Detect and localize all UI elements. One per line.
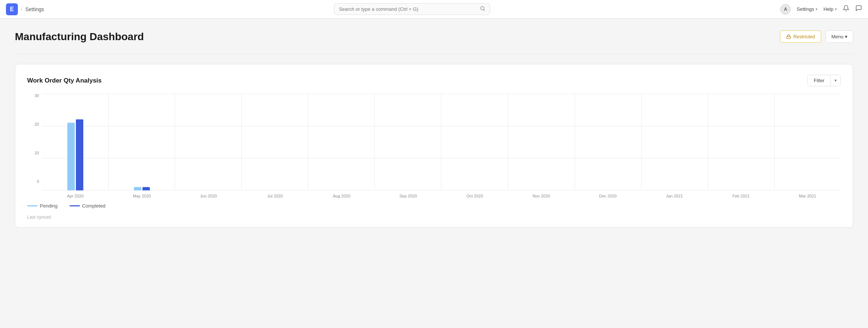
bars-container [42, 94, 841, 190]
bar-pending-0 [67, 123, 75, 190]
legend-pending-label: Pending [40, 203, 58, 209]
y-label-20: 20 [35, 122, 39, 126]
x-label-apr2020: Apr 2020 [42, 193, 109, 199]
bar-pending-1 [134, 187, 141, 190]
bar-group-1 [109, 94, 175, 190]
header-actions: Restricted Menu ▾ [780, 30, 853, 43]
x-label-aug2020: Aug 2020 [308, 193, 375, 199]
filter-button-group[interactable]: Filter ▾ [807, 75, 841, 86]
notifications-icon[interactable] [843, 5, 849, 13]
x-label-jul2020: Jul 2020 [242, 193, 308, 199]
y-label-30: 30 [35, 94, 39, 98]
chart-legend: Pending Completed [27, 203, 841, 209]
svg-line-1 [484, 10, 485, 11]
legend-pending: Pending [27, 203, 58, 209]
bar-group-8 [575, 94, 641, 190]
nav-breadcrumb-settings: Settings [25, 6, 44, 12]
bar-group-11 [774, 94, 841, 190]
bar-group-9 [641, 94, 708, 190]
y-label-10: 10 [35, 151, 39, 155]
bar-group-5 [375, 94, 441, 190]
restricted-button[interactable]: Restricted [780, 30, 822, 43]
menu-chevron-icon: ▾ [845, 34, 848, 39]
help-nav-button[interactable]: Help ▾ [823, 6, 837, 12]
search-bar[interactable] [334, 3, 490, 15]
section-divider [15, 53, 853, 54]
y-axis: 30 20 10 0 [27, 94, 42, 184]
menu-button[interactable]: Menu ▾ [826, 30, 853, 43]
y-label-0: 0 [37, 180, 39, 184]
legend-completed: Completed [70, 203, 106, 209]
bar-group-6 [441, 94, 508, 190]
help-chevron-icon: ▾ [835, 7, 837, 11]
x-axis: Apr 2020 May 2020 Jun 2020 Jul 2020 Aug … [42, 193, 841, 199]
bar-group-10 [708, 94, 774, 190]
legend-completed-label: Completed [82, 203, 106, 209]
search-bar-wrapper [47, 3, 778, 15]
svg-point-0 [481, 7, 484, 10]
settings-chevron-icon: ▾ [816, 7, 817, 11]
chart-body [42, 94, 841, 190]
chat-icon[interactable] [855, 5, 862, 13]
search-icon [480, 6, 485, 12]
top-nav: E › Settings A Settings ▾ Help ▾ [0, 0, 868, 19]
filter-caret-icon[interactable]: ▾ [831, 75, 840, 86]
x-label-dec2020: Dec 2020 [575, 193, 641, 199]
avatar[interactable]: A [780, 4, 791, 15]
x-label-nov2020: Nov 2020 [508, 193, 575, 199]
x-label-jun2020: Jun 2020 [175, 193, 242, 199]
x-label-jan2021: Jan 2021 [641, 193, 708, 199]
x-label-oct2020: Oct 2020 [441, 193, 508, 199]
page-title: Manufacturing Dashboard [15, 31, 144, 43]
bar-group-4 [308, 94, 375, 190]
bar-group-7 [508, 94, 575, 190]
chart-card: Work Order Qty Analysis Filter ▾ 30 20 1… [15, 64, 853, 228]
nav-right: A Settings ▾ Help ▾ [780, 4, 862, 15]
nav-chevron-icon: › [21, 7, 22, 12]
chart-container: 30 20 10 0 [42, 94, 841, 199]
legend-pending-line [27, 205, 38, 206]
main-content: Manufacturing Dashboard Restricted Menu … [0, 19, 868, 328]
bar-group-3 [242, 94, 308, 190]
x-label-sep2020: Sep 2020 [375, 193, 441, 199]
bar-group-0 [42, 94, 109, 190]
legend-completed-line [70, 205, 80, 206]
bar-completed-1 [142, 187, 150, 190]
app-icon[interactable]: E [6, 3, 18, 15]
x-label-feb2021: Feb 2021 [708, 193, 774, 199]
x-label-mar2021: Mar 2021 [774, 193, 841, 199]
lock-icon [786, 34, 791, 39]
chart-title: Work Order Qty Analysis [27, 77, 102, 84]
svg-rect-2 [787, 36, 791, 39]
search-input[interactable] [339, 6, 477, 12]
settings-nav-button[interactable]: Settings ▾ [797, 6, 817, 12]
chart-header: Work Order Qty Analysis Filter ▾ [27, 75, 841, 86]
last-synced: Last synced [27, 215, 841, 220]
bar-completed-0 [76, 119, 83, 190]
x-label-may2020: May 2020 [109, 193, 175, 199]
filter-button-label[interactable]: Filter [808, 75, 831, 86]
bar-group-2 [175, 94, 242, 190]
dashboard-header: Manufacturing Dashboard Restricted Menu … [15, 30, 853, 43]
